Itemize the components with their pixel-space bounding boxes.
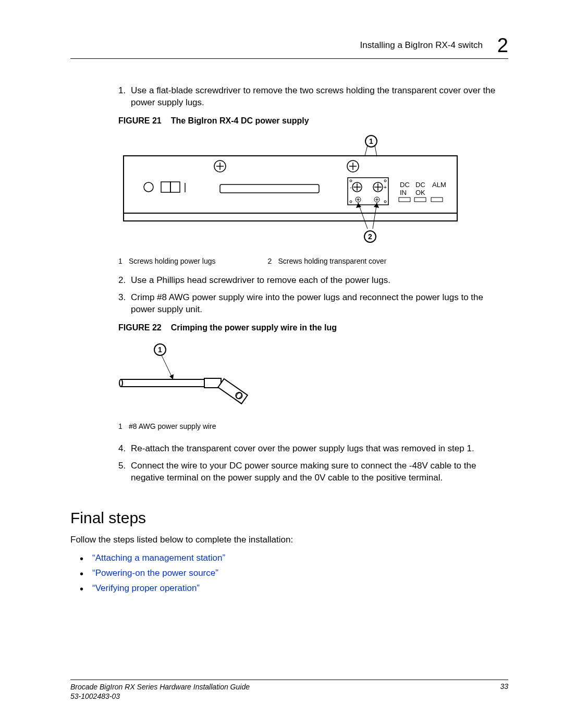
svg-point-52 [119,379,123,387]
svg-text:2: 2 [368,232,372,241]
page-header: Installing a BigIron RX-4 switch 2 [70,35,508,59]
step-3: 3. Crimp #8 AWG power supply wire into t… [118,292,508,316]
step-text: Use a flat-blade screwdriver to remove t… [131,85,508,109]
legend-text: Screws holding power lugs [129,257,216,265]
legend-text: #8 AWG power supply wire [129,422,216,430]
link-powering-on[interactable]: “Powering-on the power source” [92,568,218,578]
chapter-number: 2 [497,35,508,55]
step-5: 5. Connect the wire to your DC power sou… [118,460,508,484]
figure21-image: 1 [118,135,508,250]
list-item: “Powering-on the power source” [70,566,508,581]
label-alm: ALM [432,181,446,189]
step-number: 2. [118,275,131,287]
step-number: 4. [118,443,131,455]
figure22-image: 1 [118,342,508,415]
link-verifying-operation[interactable]: “Verifying proper operation” [92,583,200,593]
legend-number: 1 [118,422,129,430]
step-2: 2. Use a Phillips head screwdriver to re… [118,275,508,287]
list-item: “Verifying proper operation” [70,581,508,596]
footer-guide-title: Brocade BigIron RX Series Hardware Insta… [70,682,250,692]
figure21-legend: 1 Screws holding power lugs 2 Screws hol… [118,257,508,265]
step-number: 3. [118,292,131,316]
svg-text:1: 1 [158,346,162,354]
step-number: 5. [118,460,131,484]
figure22-legend: 1 #8 AWG power supply wire [118,422,508,430]
final-steps-intro: Follow the steps listed below to complet… [70,534,508,546]
legend-number: 1 [118,257,129,265]
step-text: Crimp #8 AWG power supply wire into the … [131,292,508,316]
svg-text:+: + [384,184,387,190]
step-1: 1. Use a flat-blade screwdriver to remov… [118,85,508,109]
header-title: Installing a BigIron RX-4 switch [360,40,483,51]
label-ok: OK [415,189,425,196]
final-steps-links: “Attaching a management station” “Poweri… [70,551,508,596]
step-text: Use a Phillips head screwdriver to remov… [131,275,508,287]
svg-rect-54 [218,378,248,403]
step-number: 1. [118,85,131,109]
final-steps-heading: Final steps [70,509,508,527]
legend-number: 2 [268,257,278,265]
label-dc: DC [400,181,410,189]
svg-marker-50 [169,374,174,379]
figure-label: FIGURE 22 [118,323,162,332]
step-4: 4. Re-attach the transparent cover over … [118,443,508,455]
figure21-caption: FIGURE 21The BigIron RX-4 DC power suppl… [118,116,508,126]
page-footer: Brocade BigIron RX Series Hardware Insta… [70,680,508,701]
footer-page-number: 33 [500,682,508,701]
figure-label: FIGURE 21 [118,116,162,125]
label-in: IN [400,189,407,196]
figure-caption-text: Crimping the power supply wire in the lu… [171,323,337,332]
figure-caption-text: The BigIron RX-4 DC power supply [171,116,309,125]
footer-doc-number: 53-1002483-03 [70,692,250,701]
step-text: Re-attach the transparent cover over the… [131,443,508,455]
list-item: “Attaching a management station” [70,551,508,566]
svg-text:1: 1 [369,137,373,145]
svg-rect-51 [121,379,204,387]
link-attaching-management-station[interactable]: “Attaching a management station” [92,553,225,563]
label-dc2: DC [415,181,425,189]
legend-text: Screws holding transparent cover [278,257,387,265]
step-text: Connect the wire to your DC power source… [131,460,508,484]
figure22-caption: FIGURE 22Crimping the power supply wire … [118,323,508,332]
svg-text:-: - [350,184,351,190]
